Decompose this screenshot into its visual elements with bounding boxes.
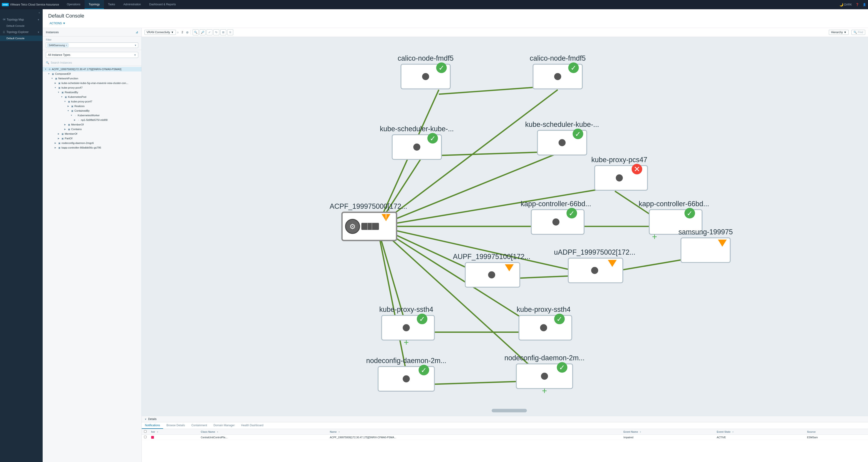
tree-expand-1[interactable]: ▼ bbox=[47, 72, 51, 76]
user-button[interactable]: 👤 bbox=[863, 3, 866, 6]
tree-expand-8[interactable]: ▶ bbox=[67, 105, 70, 108]
tree-item-12[interactable]: ▶▣MemberOf bbox=[43, 122, 142, 127]
tree-label-17: kapp-controller-66bdbb56c-gs795 bbox=[62, 146, 140, 149]
topo-node-samsung[interactable]: samsung-199975 bbox=[678, 228, 733, 262]
tree-item-2[interactable]: ▼▣NetworkFunction bbox=[43, 76, 142, 81]
row-check-0[interactable] bbox=[144, 436, 147, 438]
topology-toolbar: VRAN Connectivity ▼ ○ 2 ⊕ 🔍 🔎 ⤢ ↻ ⊞ ⎘ bbox=[142, 28, 868, 37]
refresh-button[interactable]: ↻ bbox=[213, 29, 219, 35]
tree-label-16: nodeconfig-daemon-2mgc6 bbox=[62, 142, 140, 144]
tree-label-5: RealizedBy bbox=[65, 91, 140, 94]
tree-item-0[interactable]: ▼⚙ACPF_199975000[172.30.47.175][DNRIV-CF… bbox=[43, 67, 142, 71]
nav-tasks[interactable]: Tasks bbox=[104, 0, 119, 9]
hierarchy-button[interactable]: Hierarchy ▼ bbox=[829, 30, 848, 35]
tree-expand-15[interactable]: ▶ bbox=[57, 137, 60, 140]
fit-view-button[interactable]: ⤢ bbox=[207, 29, 212, 35]
tree-expand-0[interactable]: ▼ bbox=[44, 67, 47, 71]
tree-item-9[interactable]: ▼▣ContainedBy bbox=[43, 108, 142, 113]
tree-item-14[interactable]: ▶▣MemberOf bbox=[43, 132, 142, 136]
tree-expand-7[interactable]: ▼ bbox=[63, 100, 67, 103]
help-button[interactable]: ❓ bbox=[856, 3, 859, 6]
tree-node-icon-3: ▣ bbox=[57, 81, 61, 85]
row-source-0: ESMSam bbox=[805, 435, 868, 440]
tree-expand-10[interactable]: ▼ bbox=[70, 114, 73, 117]
sidebar-item-topology-explorer-default[interactable]: Default Console bbox=[0, 35, 42, 41]
vmware-logo-badge: vmw bbox=[2, 3, 9, 6]
sidebar-item-topology-map-default[interactable]: Default Console bbox=[0, 23, 42, 29]
app-name: VMware Telco Cloud Service Assurance bbox=[10, 3, 59, 6]
export-button[interactable]: ⎘ bbox=[227, 29, 233, 35]
tree-item-5[interactable]: ▼▣RealizedBy bbox=[43, 90, 142, 94]
tree-expand-5[interactable]: ▼ bbox=[57, 91, 60, 94]
nav-operations[interactable]: Operations bbox=[63, 0, 85, 9]
counter-decrement[interactable]: ○ bbox=[177, 30, 179, 34]
zoom-out-button[interactable]: 🔎 bbox=[199, 29, 206, 35]
svg-text:kube-scheduler-kube-...: kube-scheduler-kube-... bbox=[380, 125, 454, 133]
sidebar-section-topology-map-header[interactable]: 🗺 Topology Map ▼ bbox=[0, 16, 42, 23]
tab-domain-manager[interactable]: Domain Manager bbox=[210, 422, 238, 429]
tree-expand-12[interactable]: ▶ bbox=[63, 123, 67, 126]
tree-item-17[interactable]: ▶▣kapp-controller-66bdbb56c-gs795 bbox=[43, 145, 142, 150]
tree-expand-9[interactable]: ▼ bbox=[67, 109, 70, 112]
filter-tag-remove-button[interactable]: ✕ bbox=[65, 44, 67, 47]
topo-node-calico-right[interactable]: calico-node-fmdf5 ✓ bbox=[530, 54, 586, 89]
nav-dashboard-reports[interactable]: Dashboard & Reports bbox=[145, 0, 180, 9]
tab-notifications[interactable]: Notifications bbox=[142, 422, 163, 429]
svg-text:uADPF_199975002[172...: uADPF_199975002[172... bbox=[554, 248, 635, 256]
tree-expand-14[interactable]: ▶ bbox=[57, 132, 60, 135]
tree-item-6[interactable]: ▼▣KubernetesPod bbox=[43, 94, 142, 99]
tab-containment[interactable]: Containment bbox=[188, 422, 210, 429]
details-collapse-button[interactable]: ▼ bbox=[145, 418, 147, 421]
row-checkbox-0[interactable] bbox=[142, 435, 149, 440]
theme-toggle[interactable]: 🌙 DARK bbox=[839, 3, 852, 6]
tree-item-8[interactable]: ▶▣Realizes bbox=[43, 104, 142, 108]
topology-view-dropdown[interactable]: VRAN Connectivity ▼ bbox=[145, 30, 176, 35]
topo-node-kube-proxy-pcs47[interactable]: kube-proxy-pcs47 ✕ bbox=[591, 156, 648, 190]
filter-dropdown-arrow[interactable]: ▼ bbox=[134, 44, 137, 47]
tree-item-3[interactable]: ▶▣kube-scheduler-kube-5g-vran-mavenir-ne… bbox=[43, 81, 142, 85]
details-table: her ▼ Class Name ▼ Name bbox=[142, 429, 868, 462]
tree-expand-17[interactable]: ▶ bbox=[54, 146, 57, 149]
tree-item-7[interactable]: ▼▣kube-proxy-pcs47 bbox=[43, 99, 142, 104]
filter-icon[interactable]: ⊿ bbox=[135, 30, 138, 34]
zoom-in-button[interactable]: 🔍 bbox=[193, 29, 198, 35]
tree-item-4[interactable]: ▼▣kube-proxy-pcs47 bbox=[43, 85, 142, 90]
tree-item-15[interactable]: ▶▣PartOf bbox=[43, 136, 142, 141]
tab-browse-details[interactable]: Browse Details bbox=[163, 422, 188, 429]
select-all-checkbox[interactable] bbox=[144, 430, 147, 433]
tree-item-13[interactable]: ▶▣Contains bbox=[43, 127, 142, 132]
sidebar-section-topology-explorer-header[interactable]: ☰ Topology Explorer ▼ bbox=[0, 29, 42, 35]
svg-text:✓: ✓ bbox=[575, 130, 581, 138]
tree-expand-3[interactable]: ▶ bbox=[54, 81, 57, 85]
tree-expand-16[interactable]: ▶ bbox=[54, 141, 57, 145]
tree-expand-11[interactable]: ▶ bbox=[73, 118, 76, 121]
tree-item-10[interactable]: ▼○KubernetesWorker bbox=[43, 113, 142, 118]
tree-expand-2[interactable]: ▼ bbox=[51, 77, 54, 80]
tree-item-16[interactable]: ▶▣nodeconfig-daemon-2mgc6 bbox=[43, 141, 142, 145]
nav-topology[interactable]: Topology bbox=[85, 0, 104, 9]
instance-type-selector[interactable]: All Instance Types ▼ bbox=[46, 52, 138, 58]
tree-expand-13[interactable]: ▶ bbox=[63, 127, 67, 131]
col-header-event-state: Event State ▼ bbox=[714, 429, 805, 435]
search-input[interactable] bbox=[51, 61, 138, 64]
hierarchy-chevron: ▼ bbox=[844, 31, 846, 34]
tab-health-dashboard[interactable]: Health Dashboard bbox=[238, 422, 267, 429]
moon-icon: 🌙 bbox=[839, 3, 843, 6]
layout-button[interactable]: ⊞ bbox=[220, 29, 226, 35]
topo-node-nodeconfig-left[interactable]: nodeconfig-daemon-2m... ✓ bbox=[366, 356, 446, 391]
tree-expand-4[interactable]: ▼ bbox=[54, 86, 57, 89]
topology-map-icon: 🗺 bbox=[3, 18, 5, 21]
topo-node-kube-proxy-ssth4-right[interactable]: kube-proxy-ssth4 ✓ bbox=[517, 306, 572, 340]
tree-item-1[interactable]: ▼▣ComposedOf bbox=[43, 71, 142, 76]
actions-button[interactable]: ACTIONS ▼ bbox=[48, 21, 67, 26]
topology-view-label: VRAN Connectivity bbox=[147, 31, 170, 34]
topo-node-calico-left[interactable]: calico-node-fmdf5 ✓ bbox=[398, 54, 454, 89]
counter-increment[interactable]: ⊕ bbox=[186, 30, 189, 34]
nav-administration[interactable]: Administration bbox=[119, 0, 145, 9]
topo-node-kapp-left[interactable]: kapp-controller-66bd... ✓ bbox=[521, 200, 591, 234]
tree-expand-6[interactable]: ▼ bbox=[60, 95, 63, 98]
find-box[interactable]: 🔍 Find bbox=[851, 30, 865, 35]
tree-item-11[interactable]: ▶○np1-5b9fbb575f-mb89l bbox=[43, 118, 142, 122]
app-logo[interactable]: vmw VMware Telco Cloud Service Assurance bbox=[2, 3, 59, 6]
sidebar-collapse-button[interactable]: « bbox=[0, 9, 42, 16]
